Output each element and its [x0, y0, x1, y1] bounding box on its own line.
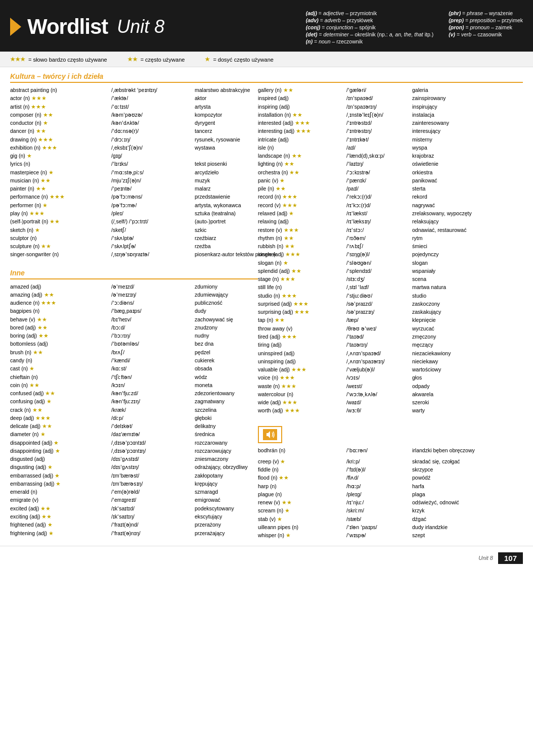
phonetic-col: /ˌdɪsəˈpɔɪntɪŋ/: [111, 447, 195, 455]
list-item: waste (n) ★★★ /weɪst/ odpady: [258, 382, 523, 390]
word-col: record (v) ★★★: [258, 201, 346, 209]
phonetic-col: /ˈskʌlptə/: [111, 234, 195, 242]
word-col: chieftain (n): [10, 373, 111, 381]
list-item: deep (adj) ★★★ /diːp/ głęboki: [10, 414, 258, 422]
list-item: whisper (n) ★ /ˈwɪspə/ szept: [258, 531, 523, 539]
list-item: bodhrán (n) /ˈbɑːrən/ irlandzki bęben ob…: [258, 446, 523, 454]
translation-col: zainspirowany: [412, 94, 523, 102]
word-col: bottomless (adj): [10, 340, 111, 348]
phonetic-col: /ˈpeɪntə/: [111, 184, 195, 193]
list-item: amazing (adj) ★★ /əˈmeɪzɪŋ/ zdumiewający: [10, 291, 258, 299]
word-col: sculptor (n): [10, 234, 111, 242]
word-col: disgusted (adj): [10, 455, 111, 463]
list-item: inspired (adj) /ɪnˈspaɪəd/ zainspirowany: [258, 94, 523, 102]
phonetic-col: /aɪl/: [346, 144, 412, 152]
translation-col: dźgać: [412, 515, 523, 523]
list-item: harp (n) /hɑːp/ harfa: [258, 482, 523, 490]
phonetic-col: /ˌɪnstəˈleɪʃ(ə)n/: [346, 111, 412, 119]
list-item: actor (n) ★★★ /ˈæktə/ aktor: [10, 94, 258, 102]
phonetic-col: /waɪd/: [346, 398, 412, 406]
list-item: brush (n) ★★ /brʌʃ/ pędzel: [10, 348, 258, 356]
translation-col: slogan: [412, 259, 523, 267]
translation-col: inspirujący: [412, 103, 523, 111]
word-col: restore (v) ★★★: [258, 226, 346, 234]
list-item: intricate (adj) /ˈɪntrɪkət/ misterny: [258, 135, 523, 144]
list-item: sketch (n) ★ /sketʃ/ szkic: [10, 226, 258, 234]
list-item: abstract painting (n) /ˌæbstrəkt ˈpeɪntɪ…: [10, 86, 258, 94]
list-item: embarrassed (adj) ★ /ɪmˈbærəst/ zakłopot…: [10, 471, 258, 480]
phonetic-col: /ˈfraɪt(ə)nd/: [111, 521, 195, 529]
phonetic-col: /ˌʌnɪnˈspaɪərɪŋ/: [346, 357, 412, 365]
word-col: bored (adj) ★★: [10, 323, 111, 332]
word-col: intricate (adj): [258, 135, 346, 144]
word-col: panic (v) ★: [258, 176, 346, 184]
legend-det: (det) = determiner – określnik (np.: a, …: [306, 31, 433, 37]
list-item: chieftain (n) /ˈtʃiːftən/ wódz: [10, 373, 258, 381]
legend-v: (v) = verb – czasownik: [449, 31, 523, 37]
phonetic-col: /əˈmeɪzɪŋ/: [111, 291, 195, 299]
word-col: scream (n) ★: [258, 506, 346, 514]
word-col: cast (n) ★: [10, 364, 111, 372]
phonetic-col: /kənˈdʌktə/: [111, 119, 195, 127]
word-col: relaxed (adj) ★: [258, 209, 346, 217]
list-item: fiddle (n) /ˈfɪd(ə)l/ skrzypce: [258, 465, 523, 474]
phonetic-col: /ˈmɑːstəˌpiːs/: [111, 168, 195, 176]
translation-col: rytm: [412, 234, 523, 242]
click-box[interactable]: [258, 426, 282, 443]
translation-col: oświetlenie: [412, 160, 523, 168]
phonetic-col: /rɪˈnjuː/: [346, 498, 412, 506]
list-item: (self-)portrait (n) ★★ (/ˌself/) /ˈpɔːtr…: [10, 217, 258, 225]
translation-col: irlandzki bęben obręczowy: [412, 446, 523, 454]
list-item: lyrics (n) /ˈlɪrɪks/ tekst piosenki: [10, 160, 258, 168]
word-col: disappointing (adj) ★: [10, 447, 111, 455]
translation-col: relaksujący: [412, 217, 523, 225]
word-col: valuable (adj) ★★★: [258, 365, 346, 373]
translation-col: studio: [412, 292, 523, 300]
section3-words: gallery (n) ★★ /ˈgæləri/ galeria inspire…: [258, 86, 523, 540]
phonetic-col: /weɪst/: [346, 382, 412, 390]
word-col: artist (n) ★★★: [10, 103, 111, 111]
word-col: creep (v) ★: [258, 457, 346, 465]
phonetic-col: /ˈwɔːtəˌkʌlə/: [346, 390, 412, 398]
word-col: surprising (adj) ★★★: [258, 308, 346, 316]
phonetic-col: /ˈdrɔːɪŋ/: [111, 135, 195, 144]
phonetic-col: /kɔɪn/: [111, 381, 195, 389]
word-col: lighting (n) ★★: [258, 160, 346, 168]
one-star-label: = dosyć często używane: [213, 57, 274, 63]
phonetic-col: /ˈɔːkɪstrə/: [346, 168, 412, 176]
translation-col: plaga: [412, 490, 523, 498]
legend-prep: (prep) = preposition – przyimek: [449, 17, 523, 23]
two-stars-symbol: ★★: [127, 56, 138, 63]
phonetic-col: /ˈlaɪtɪŋ/: [346, 160, 412, 168]
word-col: throw away (v): [258, 324, 346, 333]
list-item: diameter (n) ★ /daɪˈæmɪtə/ średnica: [10, 430, 258, 438]
translation-col: nieciekawy: [412, 357, 523, 365]
translation-col: harfa: [412, 482, 523, 490]
phonetic-col: /kənˈfjuːzd/: [111, 389, 195, 397]
list-item: performance (n) ★★★ /pəˈfɔːməns/ przedst…: [10, 193, 258, 201]
phonetic-col: /pəˈfɔːməns/: [111, 193, 195, 201]
translation-col: niezaciekawiony: [412, 349, 523, 357]
phonetic-col: /ˈgæləri/: [346, 86, 412, 94]
word-col: record (n) ★★★: [258, 193, 346, 201]
list-item: bagpipes (n) /ˈbægˌpaɪps/ dudy: [10, 307, 258, 315]
word-col: diameter (n) ★: [10, 430, 111, 438]
phonetic-col: /stɜːdʒ/: [346, 275, 412, 283]
phonetic-col: /ˈfɪd(ə)l/: [346, 465, 412, 474]
word-col: embarrassed (adj) ★: [10, 471, 111, 480]
legend-conj: (conj) = conjunction – spójnik: [306, 24, 433, 30]
list-item: boring (adj) ★★ /ˈbɔːrɪŋ/ nudny: [10, 332, 258, 340]
list-item: interested (adj) ★★★ /ˈɪntrəstɪd/ zainte…: [258, 119, 523, 127]
three-stars-item: ★★★ = słowo bardzo często używane: [10, 56, 107, 63]
list-item: frightened (adj) ★ /ˈfraɪt(ə)nd/ przeraż…: [10, 521, 258, 529]
translation-col: wyspa: [412, 144, 523, 152]
phonetic-col: /tæp/: [346, 316, 412, 324]
list-item: voice (n) ★★★ /vɔɪs/ głos: [258, 373, 523, 382]
phonetic-col: /ˈɪntrɪkət/: [346, 135, 412, 144]
list-item: singer-songwriter (n) /ˌsɪŋəˈsɒŋraɪtə/ p…: [10, 250, 258, 258]
list-item: wide (adj) ★★★ /waɪd/ szeroki: [258, 398, 523, 406]
phonetic-col: /sketʃ/: [111, 226, 195, 234]
phonetic-col: /ˈbægˌpaɪps/: [111, 307, 195, 315]
click-section: [258, 422, 523, 446]
word-col: relaxing (adj): [258, 217, 346, 225]
